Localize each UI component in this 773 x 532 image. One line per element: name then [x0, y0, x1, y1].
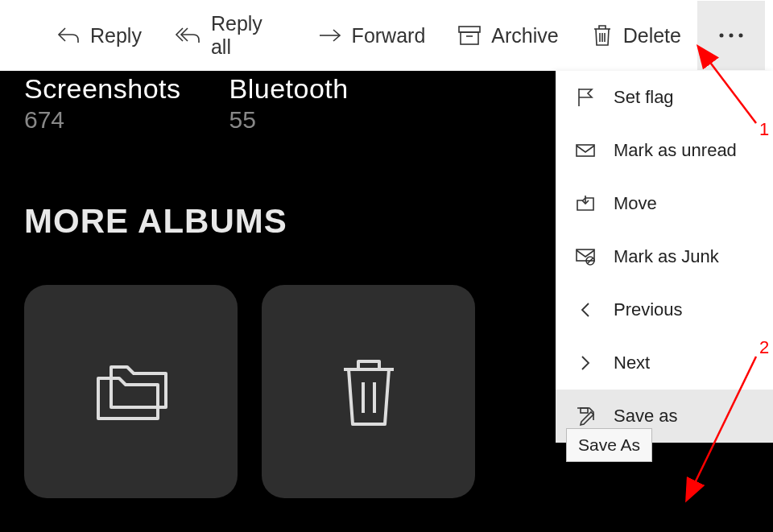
folders-icon	[87, 356, 176, 428]
reply-button[interactable]: Reply	[40, 13, 158, 59]
menu-previous[interactable]: Previous	[556, 283, 773, 336]
delete-button[interactable]: Delete	[575, 12, 697, 59]
album-tile-folders[interactable]	[24, 285, 238, 498]
album-count: 55	[229, 106, 349, 134]
forward-label: Forward	[352, 24, 426, 47]
reply-all-icon	[174, 26, 201, 45]
album-title: Bluetooth	[229, 73, 349, 105]
annotation-label-1: 1	[759, 119, 769, 140]
reply-icon	[56, 26, 81, 45]
archive-button[interactable]: Archive	[441, 13, 574, 59]
more-icon	[716, 31, 746, 39]
album-tile-trash[interactable]	[262, 285, 475, 498]
menu-mark-junk[interactable]: Mark as Junk	[556, 230, 773, 283]
svg-point-7	[729, 34, 733, 38]
forward-icon	[318, 27, 342, 43]
menu-next[interactable]: Next	[556, 336, 773, 390]
more-actions-menu: Set flag Mark as unread Move	[556, 71, 773, 443]
menu-move[interactable]: Move	[556, 177, 773, 230]
reply-all-label: Reply all	[211, 12, 286, 59]
album-item[interactable]: Screenshots 674	[24, 73, 181, 134]
menu-item-label: Next	[614, 353, 650, 373]
album-count: 674	[24, 106, 181, 134]
delete-label: Delete	[623, 24, 681, 47]
save-as-icon	[575, 406, 596, 427]
envelope-icon	[575, 142, 596, 159]
reply-label: Reply	[90, 24, 142, 47]
flag-icon	[575, 87, 596, 108]
album-title: Screenshots	[24, 73, 181, 105]
svg-point-8	[738, 34, 742, 38]
menu-item-label: Move	[614, 193, 657, 214]
svg-rect-16	[581, 408, 588, 413]
menu-item-label: Save as	[614, 406, 678, 427]
menu-item-label: Mark as unread	[614, 140, 737, 161]
more-actions-button[interactable]	[697, 1, 765, 70]
toolbar: Reply Reply all Forward Ar	[0, 0, 773, 71]
svg-point-6	[719, 34, 723, 38]
menu-item-label: Set flag	[614, 87, 674, 108]
chevron-left-icon	[575, 301, 596, 319]
forward-button[interactable]: Forward	[302, 13, 442, 59]
save-as-tooltip: Save As	[566, 428, 652, 462]
menu-item-label: Previous	[614, 299, 683, 320]
svg-rect-12	[577, 145, 594, 156]
svg-rect-1	[461, 32, 478, 44]
chevron-right-icon	[575, 354, 596, 372]
menu-item-label: Mark as Junk	[614, 246, 719, 267]
delete-icon	[591, 23, 614, 47]
menu-set-flag[interactable]: Set flag	[556, 71, 773, 124]
svg-rect-0	[459, 27, 480, 32]
more-albums-title: MORE ALBUMS	[24, 202, 287, 241]
trash-icon	[333, 352, 405, 432]
move-icon	[575, 194, 596, 213]
archive-icon	[457, 25, 482, 46]
reply-all-button[interactable]: Reply all	[158, 1, 302, 70]
junk-icon	[575, 248, 596, 266]
archive-label: Archive	[491, 24, 558, 47]
album-item[interactable]: Bluetooth 55	[229, 73, 349, 134]
annotation-label-2: 2	[759, 337, 769, 358]
menu-mark-unread[interactable]: Mark as unread	[556, 124, 773, 177]
